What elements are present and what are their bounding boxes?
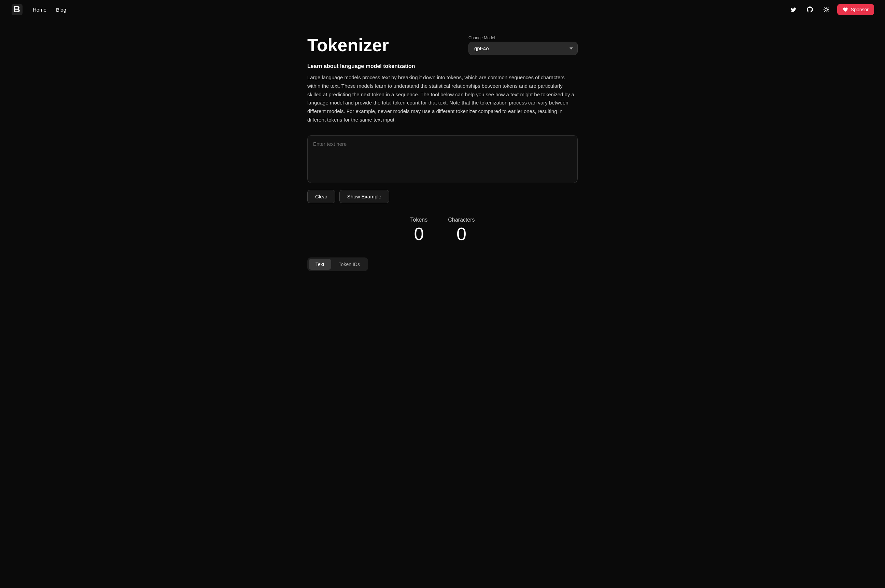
button-row: Clear Show Example	[307, 190, 578, 203]
page-title: Tokenizer	[307, 36, 389, 55]
svg-point-1	[825, 8, 828, 11]
model-select-wrapper: gpt-4o gpt-4 gpt-3.5-turbo text-davinci-…	[468, 42, 578, 55]
description-text: Large language models process text by br…	[307, 74, 578, 124]
theme-toggle-button[interactable]	[821, 4, 832, 15]
nav-left: Home Blog	[11, 3, 66, 16]
tab-text[interactable]: Text	[309, 259, 331, 270]
characters-value: 0	[456, 224, 466, 244]
twitter-icon-button[interactable]	[788, 4, 799, 15]
tokens-value: 0	[414, 224, 424, 244]
tabs-row: Text Token IDs	[307, 258, 368, 271]
characters-label: Characters	[448, 217, 475, 223]
model-select-label: Change Model	[468, 36, 578, 40]
github-icon-button[interactable]	[804, 4, 815, 15]
nav-home-link[interactable]: Home	[33, 7, 46, 13]
nav-right: Sponsor	[788, 4, 874, 15]
navbar: Home Blog Sponsor	[0, 0, 885, 19]
tokens-stat: Tokens 0	[410, 217, 428, 244]
text-input[interactable]	[307, 135, 578, 183]
tab-token-ids[interactable]: Token IDs	[332, 259, 367, 270]
nav-blog-link[interactable]: Blog	[56, 7, 66, 13]
sponsor-label: Sponsor	[851, 7, 868, 12]
clear-button[interactable]: Clear	[307, 190, 335, 203]
description-heading: Learn about language model tokenization	[307, 63, 578, 69]
characters-stat: Characters 0	[448, 217, 475, 244]
sponsor-button[interactable]: Sponsor	[837, 4, 874, 15]
page-header: Tokenizer Change Model gpt-4o gpt-4 gpt-…	[307, 36, 578, 55]
stats-row: Tokens 0 Characters 0	[307, 217, 578, 244]
model-select[interactable]: gpt-4o gpt-4 gpt-3.5-turbo text-davinci-…	[468, 42, 578, 55]
show-example-button[interactable]: Show Example	[339, 190, 389, 203]
model-select-container: Change Model gpt-4o gpt-4 gpt-3.5-turbo …	[468, 36, 578, 55]
tokens-label: Tokens	[410, 217, 428, 223]
logo[interactable]	[11, 3, 23, 16]
main-content: Tokenizer Change Model gpt-4o gpt-4 gpt-…	[299, 19, 586, 288]
